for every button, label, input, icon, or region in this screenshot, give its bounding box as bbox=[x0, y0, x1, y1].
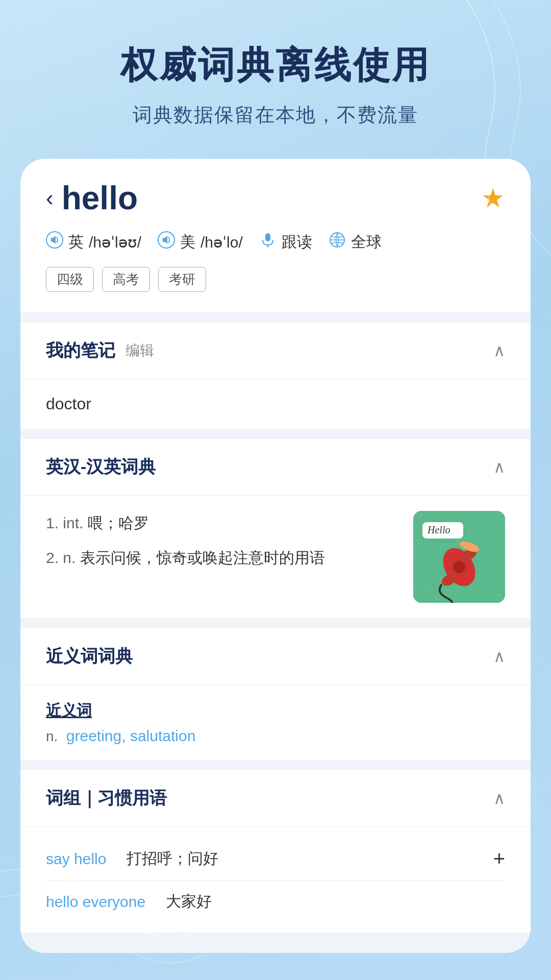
phrase-item-say-hello: say hello 打招呼；问好 + bbox=[46, 837, 505, 881]
synonyms-section-header: 近义词词典 ∧ bbox=[20, 628, 531, 685]
notes-section-header: 我的笔记 编辑 ∧ bbox=[20, 323, 531, 379]
phrases-content: say hello 打招呼；问好 + hello everyone 大家好 bbox=[20, 827, 531, 933]
synonyms-section: 近义词词典 ∧ 近义词 n. greeting, salutation bbox=[20, 628, 531, 760]
microphone-icon bbox=[259, 231, 277, 253]
phrase-meaning-hello-everyone: 大家好 bbox=[166, 891, 212, 912]
american-ipa: /həˈlo/ bbox=[201, 233, 243, 251]
definition-item-2: 2. n. 表示问候，惊奇或唤起注意时的用语 bbox=[46, 546, 398, 570]
tag-kaoyan: 考研 bbox=[158, 267, 206, 292]
american-lang-label: 美 bbox=[180, 232, 195, 253]
synonyms-content: 近义词 n. greeting, salutation bbox=[20, 685, 531, 760]
follow-read-label: 跟读 bbox=[282, 232, 312, 253]
british-speaker-icon[interactable] bbox=[46, 231, 63, 253]
globe-icon bbox=[329, 231, 346, 253]
synonyms-section-title: 近义词词典 bbox=[46, 645, 133, 668]
notes-text: doctor bbox=[20, 379, 531, 429]
dictionary-collapse-button[interactable]: ∧ bbox=[493, 457, 505, 477]
british-ipa: /həˈləʊ/ bbox=[89, 233, 141, 251]
phrase-word-say-hello[interactable]: say hello bbox=[46, 850, 106, 868]
svg-text:Hello: Hello bbox=[427, 524, 450, 535]
hero-title: 权威词典离线使用 bbox=[0, 41, 551, 90]
svg-point-30 bbox=[453, 561, 465, 573]
phonetics-row: 英 /həˈləʊ/ 美 /həˈlo/ bbox=[46, 231, 505, 253]
dictionary-section: 英汉-汉英词典 ∧ 1. int. 喂；哈罗 2. n. 表示问候，惊奇或唤起注… bbox=[20, 439, 531, 618]
back-button[interactable]: ‹ bbox=[46, 185, 54, 211]
def-num-1: 1. int. bbox=[46, 514, 88, 531]
headword: hello bbox=[62, 179, 138, 217]
phrase-item-hello-everyone: hello everyone 大家好 bbox=[46, 881, 505, 922]
tag-gaokao: 高考 bbox=[102, 267, 150, 292]
synonyms-collapse-button[interactable]: ∧ bbox=[493, 647, 505, 666]
dictionary-image: Hello bbox=[413, 511, 505, 603]
follow-read-button[interactable]: 跟读 bbox=[259, 231, 312, 253]
dictionary-section-header: 英汉-汉英词典 ∧ bbox=[20, 439, 531, 496]
global-button[interactable]: 全球 bbox=[329, 231, 382, 253]
dictionary-section-title: 英汉-汉英词典 bbox=[46, 455, 156, 479]
exam-tags: 四级 高考 考研 bbox=[46, 267, 505, 292]
svg-rect-2 bbox=[265, 233, 270, 241]
american-phonetic[interactable]: 美 /həˈlo/ bbox=[158, 231, 243, 253]
definition-item-1: 1. int. 喂；哈罗 bbox=[46, 511, 398, 535]
tag-cet4: 四级 bbox=[46, 267, 94, 292]
american-speaker-icon[interactable] bbox=[158, 231, 175, 253]
phrases-section: 词组｜习惯用语 ∧ say hello 打招呼；问好 + hello every… bbox=[20, 770, 531, 933]
phrases-section-header: 词组｜习惯用语 ∧ bbox=[20, 770, 531, 827]
notes-collapse-button[interactable]: ∧ bbox=[493, 341, 505, 360]
synonym-label: 近义词 bbox=[46, 700, 505, 721]
definitions-content: 1. int. 喂；哈罗 2. n. 表示问候，惊奇或唤起注意时的用语 bbox=[20, 496, 531, 618]
favorite-star-button[interactable]: ★ bbox=[481, 183, 505, 213]
phrase-meaning-say-hello: 打招呼；问好 bbox=[127, 848, 218, 869]
synonym-pos: n. bbox=[46, 728, 58, 744]
notes-edit-button[interactable]: 编辑 bbox=[126, 341, 154, 360]
def-num-2: 2. n. bbox=[46, 549, 80, 566]
notes-section-title: 我的笔记 bbox=[46, 339, 115, 362]
phrase-word-hello-everyone[interactable]: hello everyone bbox=[46, 893, 145, 911]
phrases-collapse-button[interactable]: ∧ bbox=[493, 789, 505, 808]
phrases-section-title: 词组｜习惯用语 bbox=[46, 787, 167, 810]
british-phonetic[interactable]: 英 /həˈləʊ/ bbox=[46, 231, 141, 253]
phrase-add-button[interactable]: + bbox=[493, 847, 505, 870]
synonym-words[interactable]: greeting, salutation bbox=[66, 727, 196, 744]
definitions-list: 1. int. 喂；哈罗 2. n. 表示问候，惊奇或唤起注意时的用语 bbox=[46, 511, 398, 580]
my-notes-section: 我的笔记 编辑 ∧ doctor bbox=[20, 323, 531, 429]
hero-subtitle: 词典数据保留在本地，不费流量 bbox=[0, 102, 551, 128]
dictionary-card: ‹ hello ★ 英 /həˈləʊ/ bbox=[20, 159, 531, 953]
word-header: ‹ hello ★ 英 /həˈləʊ/ bbox=[20, 159, 531, 312]
global-label: 全球 bbox=[351, 232, 382, 253]
british-lang-label: 英 bbox=[68, 232, 84, 253]
